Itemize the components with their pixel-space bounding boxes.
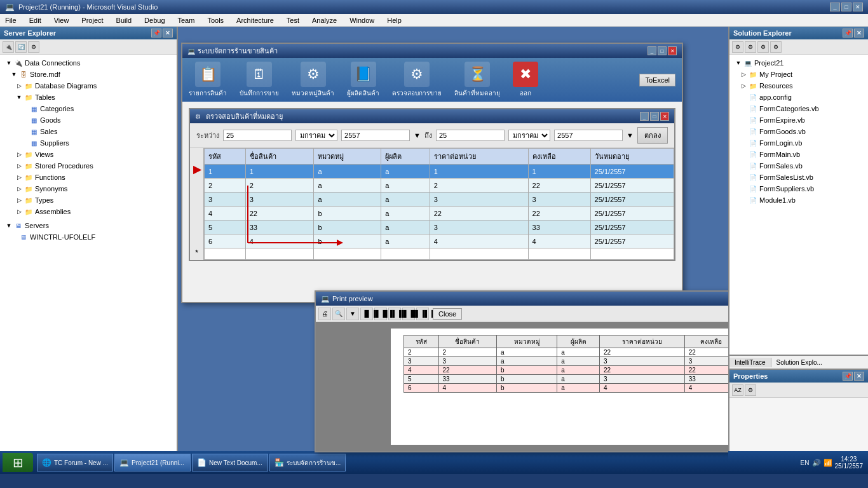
minimize-sub-btn[interactable]: _ xyxy=(640,112,649,121)
tree-my-project[interactable]: ▷ 📁 My Project xyxy=(740,69,868,80)
expand-icon[interactable]: ▷ xyxy=(15,196,23,204)
tree-views[interactable]: ▷ 📁 Views xyxy=(15,149,177,160)
minimize-form-btn[interactable]: _ xyxy=(648,46,656,55)
table-row[interactable]: 533ba33325/1/2557 xyxy=(205,220,674,234)
tree-form-sales[interactable]: 📄 FormSales.vb xyxy=(740,160,868,172)
expand-icon[interactable]: ▼ xyxy=(5,222,13,229)
menu-team[interactable]: Team xyxy=(175,17,198,24)
tree-tables[interactable]: ▼ 📁 Tables xyxy=(15,92,177,103)
sort-category-icon[interactable]: ⚙ xyxy=(745,384,756,396)
menu-tools[interactable]: Tools xyxy=(205,17,226,24)
calendar2-icon[interactable]: ▼ xyxy=(627,132,634,139)
sort-az-icon[interactable]: AZ xyxy=(732,384,743,396)
expand-icon[interactable]: ▷ xyxy=(15,173,23,181)
menu-file[interactable]: File xyxy=(3,17,19,24)
tree-db-diagrams[interactable]: ▷ 📁 Database Diagrams xyxy=(15,80,177,92)
tree-form-goods[interactable]: 📄 FormGoods.vb xyxy=(740,126,868,137)
sol-icon3[interactable]: ⚙ xyxy=(757,41,769,53)
add-connection-icon[interactable]: 🔌 xyxy=(3,41,14,53)
confirm-btn[interactable]: ตกลง xyxy=(637,127,668,144)
expand-icon[interactable]: ▷ xyxy=(15,208,23,215)
expand-icon[interactable]: ▼ xyxy=(5,59,13,67)
tree-app-config[interactable]: 📄 app.config xyxy=(740,92,868,103)
taskbar-system[interactable]: 🏪 ระบบจัดการร้านข... xyxy=(269,454,346,471)
tree-form-saleslist[interactable]: 📄 FormSalesList.vb xyxy=(740,172,868,183)
expand-icon[interactable]: ▷ xyxy=(15,151,23,158)
restore-sub-btn[interactable]: □ xyxy=(650,112,659,121)
month1-select[interactable]: มกราคม xyxy=(295,130,337,141)
calendar1-icon[interactable]: ▼ xyxy=(414,132,421,139)
sol-close-btn[interactable]: ✕ xyxy=(854,29,864,37)
tree-servers[interactable]: ▼ 🖥 Servers xyxy=(5,220,177,231)
table-row[interactable]: 33aa3325/1/2557 xyxy=(205,193,674,207)
taskbar-tc-forum[interactable]: 🌐 TC Forum - New ... xyxy=(37,454,113,471)
tree-suppliers[interactable]: ▦ Suppliers xyxy=(20,137,177,149)
table-row[interactable]: 422ba222225/1/2557 xyxy=(205,207,674,220)
zoom-dropdown-icon[interactable]: ▼ xyxy=(346,308,359,320)
expand-icon[interactable]: ▼ xyxy=(10,71,18,78)
tree-store-mdf[interactable]: ▼ 🗄 Store.mdf xyxy=(10,69,177,80)
props-pin-btn[interactable]: 📌 xyxy=(843,372,853,381)
to-excel-btn[interactable]: ToExcel xyxy=(639,74,675,86)
nav-exit[interactable]: ✖ ออก xyxy=(513,62,538,98)
zoom-icon[interactable]: 🔍 xyxy=(332,308,345,320)
expand-icon[interactable]: ▷ xyxy=(15,82,23,90)
sol-icon2[interactable]: ⚙ xyxy=(745,41,756,53)
tree-module1[interactable]: 📄 Module1.vb xyxy=(740,194,868,206)
tree-functions[interactable]: ▷ 📁 Functions xyxy=(15,172,177,183)
menu-view[interactable]: View xyxy=(51,17,72,24)
minimize-btn[interactable]: _ xyxy=(830,3,840,11)
tree-categories[interactable]: ▦ Categories xyxy=(20,103,177,114)
tree-types[interactable]: ▷ 📁 Types xyxy=(15,194,177,206)
menu-window[interactable]: Window xyxy=(347,17,377,24)
taskbar-project21[interactable]: 💻 Project21 (Runni... xyxy=(114,454,191,471)
menu-architecture[interactable]: Architecture xyxy=(234,17,276,24)
menu-project[interactable]: Project xyxy=(79,17,105,24)
props-close-btn[interactable]: ✕ xyxy=(854,372,864,381)
tree-server-name[interactable]: 🖥 WINCTRL-UFOLELF xyxy=(10,231,177,243)
menu-help[interactable]: Help xyxy=(384,17,404,24)
print-icon[interactable]: 🖨 xyxy=(318,308,331,320)
tree-resources[interactable]: ▷ 📁 Resources xyxy=(740,80,868,92)
maximize-btn[interactable]: □ xyxy=(841,3,851,11)
year2-input[interactable] xyxy=(554,130,623,141)
table-row[interactable]: 22aa22225/1/2557 xyxy=(205,179,674,193)
six-page-icon[interactable]: ▐▌▐▌▐ xyxy=(416,308,429,320)
server-explorer-close[interactable]: ✕ xyxy=(163,29,173,37)
tree-goods[interactable]: ▦ Goods xyxy=(20,114,177,126)
two-page-icon[interactable]: ▐▌▐▌ xyxy=(374,308,387,320)
close-form-btn[interactable]: ✕ xyxy=(668,46,677,55)
nav-check-sales[interactable]: ⚙ ตรวจสอบการขาย xyxy=(392,62,442,98)
nav-producer[interactable]: 📘 ผู้ผลิตสินค้า xyxy=(347,62,379,98)
maximize-form-btn[interactable]: □ xyxy=(658,46,667,55)
intellitrace-tab[interactable]: IntelliTrace xyxy=(729,358,771,367)
sol-icon1[interactable]: ⚙ xyxy=(732,41,743,53)
close-preview-btn[interactable]: Close xyxy=(433,308,462,320)
tree-assemblies[interactable]: ▷ 📁 Assemblies xyxy=(15,206,177,217)
nav-sales-record[interactable]: 🗓 บันทึกการขาย xyxy=(240,62,279,98)
menu-build[interactable]: Build xyxy=(114,17,134,24)
close-sub-btn[interactable]: ✕ xyxy=(660,112,669,121)
nav-expired[interactable]: ⏳ สินค้าที่หมดอายุ xyxy=(454,62,500,98)
menu-test[interactable]: Test xyxy=(284,17,302,24)
server-explorer-pin[interactable]: 📌 xyxy=(151,29,161,37)
nav-category[interactable]: ⚙ หมวดหมู่สินค้า xyxy=(292,62,334,98)
tree-form-categories[interactable]: 📄 FormCategories.vb xyxy=(740,103,868,114)
solution-explorer-tab[interactable]: Solution Explo... xyxy=(771,358,827,367)
tree-project21[interactable]: ▼ 💻 Project21 xyxy=(735,57,868,69)
sol-icon4[interactable]: ⚙ xyxy=(770,41,782,53)
filter-icon[interactable]: ⚙ xyxy=(28,41,39,53)
tree-stored-procedures[interactable]: ▷ 📁 Stored Procedures xyxy=(15,160,177,172)
date2-input[interactable] xyxy=(436,130,505,141)
table-row[interactable]: 11aa1125/1/2557 xyxy=(205,165,674,179)
tree-form-suppliers[interactable]: 📄 FormSuppliers.vb xyxy=(740,183,868,194)
tree-data-connections[interactable]: ▼ 🔌 Data Connections xyxy=(5,57,177,69)
expand-icon[interactable]: ▷ xyxy=(15,162,23,170)
expand-icon[interactable]: ▷ xyxy=(15,185,23,193)
nav-product-list[interactable]: 📋 รายการสินค้า xyxy=(189,62,227,98)
taskbar-text-doc[interactable]: 📄 New Text Docum... xyxy=(192,454,268,471)
tree-form-login[interactable]: 📄 FormLogin.vb xyxy=(740,137,868,149)
menu-analyze[interactable]: Analyze xyxy=(309,17,339,24)
month2-select[interactable]: มกราคม xyxy=(508,130,550,141)
tree-sales[interactable]: ▦ Sales xyxy=(20,126,177,137)
